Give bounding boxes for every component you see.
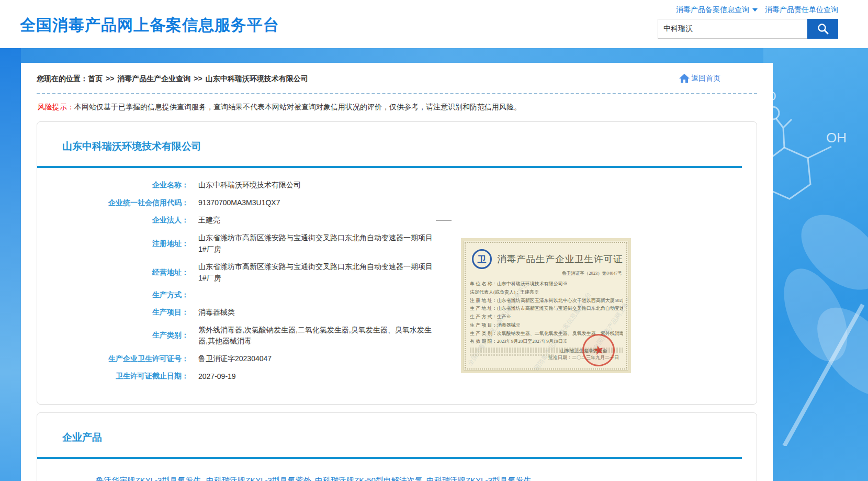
product-link[interactable]: 鲁沃华宇牌ZKYL-3型臭氧发生器 (95, 475, 202, 481)
field-row-registered-address: 注册地址： 山东省潍坊市高新区潍安路与宝通街交叉路口东北角自动变速器一期项目1#… (37, 232, 757, 255)
field-label: 生产方式： (37, 290, 189, 300)
cert-row-production-project: 生 产 项 目：消毒器械※ (470, 321, 623, 330)
product-link[interactable]: 中科瑞沃牌ZKYL-3型臭氧发生器 (425, 475, 533, 481)
breadcrumb-prefix: 您现在的位置： (37, 74, 88, 83)
cert-label: 生 产 方 式： (470, 314, 497, 319)
cert-label: 单 位 名 称： (470, 281, 497, 286)
back-home-link[interactable]: 返回首页 (679, 73, 720, 83)
products-card-title: 企业产品 (37, 413, 757, 457)
cert-value: 山东省潍坊高新区玉清东街以北中心次干道以西高新大厦502房间※ (497, 298, 623, 303)
cert-label: 法定代表人(或负责人)： (470, 289, 520, 295)
hygiene-license-certificate-image: 全国消毒产品网上备案信息服务平台 全国消毒产品网上备案信息服务平台 全国消毒产品… (461, 238, 631, 373)
cert-label: 注 册 地 址： (470, 298, 497, 303)
top-nav: 消毒产品备案信息查询消毒产品责任单位查询 (618, 5, 838, 15)
breadcrumb-separator: >> (194, 74, 202, 83)
field-label: 卫生许可证截止日期： (37, 372, 189, 381)
left-background-band (0, 48, 21, 481)
products-card: 企业产品 鲁沃华宇牌ZKYL-3型臭氧发生器 中科瑞沃牌ZKYL-3型臭氧紫外线… (37, 412, 757, 481)
page-header: 全国消毒产品网上备案信息服务平台 消毒产品备案信息查询消毒产品责任单位查询 (0, 0, 868, 48)
field-value: 消毒器械类 (198, 307, 439, 318)
cert-row-legal-rep: 法定代表人(或负责人)：王建亮※ (470, 288, 623, 297)
field-value: 山东中科瑞沃环境技术有限公司 (198, 180, 439, 191)
risk-notice-text: 本网站仅基于已掌握的信息提供查询服务，查询结果不代表本网站对被查询对象信用状况的… (74, 103, 521, 111)
product-link[interactable]: 中科瑞沃牌ZK-50型电解法次氯酸钠发生器 (315, 475, 423, 481)
breadcrumb-row: 您现在的位置：首页>>消毒产品生产企业查询>>山东中科瑞沃环境技术有限公司 返回… (37, 69, 757, 91)
field-row-license-number: 生产企业卫生许可证号： 鲁卫消证字202304047 (37, 353, 757, 365)
field-value: 王建亮 (198, 215, 439, 226)
nav-link-responsible-unit-query[interactable]: 消毒产品责任单位查询 (765, 5, 838, 14)
field-label: 生产类别： (37, 331, 189, 340)
stray-dash-mark (436, 220, 452, 221)
field-row-production-project: 生产项目： 消毒器械类 (37, 307, 757, 318)
field-label: 注册地址： (37, 239, 189, 249)
chevron-down-icon[interactable] (752, 8, 758, 12)
nav-link-record-info-query[interactable]: 消毒产品备案信息查询 (676, 5, 749, 14)
certificate-header: 卫 消毒产品生产企业卫生许可证 (472, 249, 623, 269)
cert-label: 生 产 项 目： (470, 322, 497, 328)
page-title: 全国消毒产品网上备案信息服务平台 (20, 15, 279, 36)
cert-label: 生 产 类 别： (470, 331, 497, 336)
field-value: 山东省潍坊市高新区潍安路与宝通街交叉路口东北角自动变速器一期项目1#厂房 (198, 261, 439, 284)
certificate-title: 消毒产品生产企业卫生许可证 (497, 253, 623, 265)
right-background-decoration: OH O (763, 48, 868, 481)
company-fields: 企业名称： 山东中科瑞沃环境技术有限公司 企业统一社会信用代码： 9137070… (37, 168, 757, 404)
cert-value: 消毒器械※ (497, 322, 521, 328)
header-right-area: 消毒产品备案信息查询消毒产品责任单位查询 (618, 5, 838, 39)
breadcrumb-home-link[interactable]: 首页 (88, 74, 103, 83)
search-input[interactable] (658, 19, 807, 39)
main-content-panel: 您现在的位置：首页>>消毒产品生产企业查询>>山东中科瑞沃环境技术有限公司 返回… (21, 63, 773, 481)
field-label: 经营地址： (37, 268, 189, 277)
company-card-title: 山东中科瑞沃环境技术有限公司 (37, 122, 757, 166)
cert-row-production-method: 生 产 方 式：生产※ (470, 313, 623, 321)
field-row-license-expiry: 卫生许可证截止日期： 2027-09-19 (37, 371, 757, 383)
field-value: 紫外线消毒器,次氯酸钠发生器,二氧化氯发生器,臭氧发生器、臭氧水发生器,其他器械… (198, 325, 439, 347)
cert-value: 2023年9月20日至2027年9月19日※ (497, 339, 568, 344)
cert-label: 有 效 期 限： (470, 339, 497, 344)
search-bar (618, 19, 838, 39)
product-link[interactable]: 中科瑞沃牌ZKYL-3型臭氧紫外线消毒器 (205, 475, 312, 481)
field-row-credit-code: 企业统一社会信用代码： 91370700MA3M3U1QX7 (37, 197, 757, 209)
certificate-number: 鲁卫消证字（2023）第04047号 (470, 271, 622, 277)
dashed-divider (37, 93, 757, 94)
field-row-business-address: 经营地址： 山东省潍坊市高新区潍安路与宝通街交叉路口东北角自动变速器一期项目1#… (37, 261, 757, 284)
cert-row-unit-name: 单 位 名 称：山东中科瑞沃环境技术有限公司※ (470, 280, 623, 288)
breadcrumb-separator: >> (106, 74, 114, 83)
field-value: 鲁卫消证字202304047 (198, 353, 439, 365)
products-grid: 鲁沃华宇牌ZKYL-3型臭氧发生器 中科瑞沃牌ZKYL-3型臭氧紫外线消毒器 中… (37, 459, 757, 481)
health-emblem-icon: 卫 (472, 249, 492, 269)
field-row-legal-person: 企业法人： 王建亮 (37, 215, 757, 226)
field-label: 企业法人： (37, 216, 189, 225)
risk-notice: 风险提示：本网站仅基于已掌握的信息提供查询服务，查询结果不代表本网站对被查询对象… (38, 103, 757, 112)
field-label: 企业统一社会信用代码： (37, 198, 189, 208)
cert-label: 生 产 地 址： (470, 306, 497, 311)
cert-row-production-address: 生 产 地 址：山东省潍坊市高新区潍安路与宝通街交叉路口东北角自动变速器一期项目… (470, 305, 623, 313)
field-value: 山东省潍坊市高新区潍安路与宝通街交叉路口东北角自动变速器一期项目1#厂房 (198, 232, 439, 255)
breadcrumb-current: 山东中科瑞沃环境技术有限公司 (206, 74, 308, 83)
field-label: 生产项目： (37, 308, 189, 317)
field-label: 企业名称： (37, 181, 189, 190)
risk-notice-label: 风险提示： (38, 103, 74, 111)
company-card: 山东中科瑞沃环境技术有限公司 企业名称： 山东中科瑞沃环境技术有限公司 企业统一… (37, 121, 757, 405)
field-label: 生产企业卫生许可证号： (37, 354, 189, 364)
search-button[interactable] (807, 19, 838, 39)
home-icon (679, 73, 690, 83)
cert-value: 山东省潍坊市高新区潍安路与宝通街交叉路口东北角自动变速器一期项目1#厂房 (497, 306, 623, 311)
breadcrumb: 您现在的位置：首页>>消毒产品生产企业查询>>山东中科瑞沃环境技术有限公司 (37, 74, 757, 84)
cert-value: 王建亮※ (520, 289, 539, 295)
cert-row-registered-address: 注 册 地 址：山东省潍坊高新区玉清东街以北中心次干道以西高新大厦502房间※ (470, 297, 623, 305)
cert-value: 山东中科瑞沃环境技术有限公司※ (497, 281, 568, 286)
breadcrumb-enterprise-query-link[interactable]: 消毒产品生产企业查询 (117, 74, 190, 83)
field-row-production-category: 生产类别： 紫外线消毒器,次氯酸钠发生器,二氧化氯发生器,臭氧发生器、臭氧水发生… (37, 325, 757, 347)
svg-text:OH: OH (826, 130, 847, 146)
certificate-fine-print (470, 354, 554, 356)
search-icon (817, 23, 829, 35)
field-row-company-name: 企业名称： 山东中科瑞沃环境技术有限公司 (37, 180, 757, 191)
back-home-label: 返回首页 (691, 74, 720, 83)
field-value: 91370700MA3M3U1QX7 (198, 197, 439, 209)
field-value: 2027-09-19 (198, 371, 439, 383)
molecule-flower-graphic: OH O (763, 80, 868, 446)
field-row-production-method: 生产方式： (37, 290, 757, 300)
cert-value: 生产※ (497, 314, 511, 319)
